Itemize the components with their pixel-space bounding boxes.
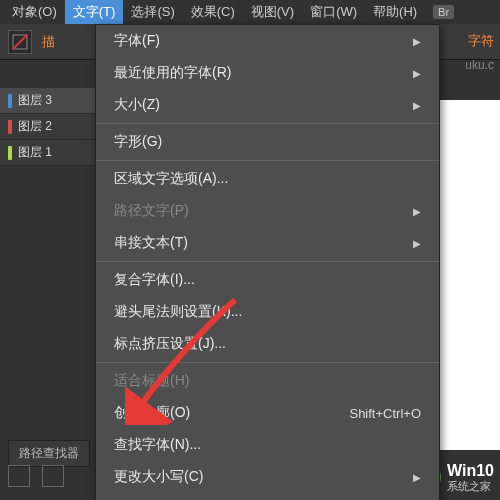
menu-glyphs[interactable]: 字形(G): [96, 126, 439, 158]
menu-create-outlines[interactable]: 创建轮廓(O)Shift+Ctrl+O: [96, 397, 439, 429]
chevron-right-icon: ▶: [413, 100, 421, 111]
menu-text[interactable]: 文字(T): [65, 0, 124, 24]
layer-row[interactable]: 图层 1: [0, 140, 95, 166]
chevron-right-icon: ▶: [413, 238, 421, 249]
pathfinder-tab[interactable]: 路径查找器: [8, 440, 90, 467]
stroke-label: 描: [42, 33, 55, 51]
watermark-subtitle: 系统之家: [447, 480, 494, 492]
menu-select[interactable]: 选择(S): [123, 0, 182, 24]
menu-separator: [96, 160, 439, 161]
chevron-right-icon: ▶: [413, 68, 421, 79]
text-menu-dropdown: 字体(F)▶ 最近使用的字体(R)▶ 大小(Z)▶ 字形(G) 区域文字选项(A…: [95, 24, 440, 500]
chevron-right-icon: ▶: [413, 206, 421, 217]
menu-path-type: 路径文字(P)▶: [96, 195, 439, 227]
bridge-badge[interactable]: Br: [433, 5, 454, 19]
menu-separator: [96, 123, 439, 124]
menu-separator: [96, 261, 439, 262]
menu-fit-headline: 适合标题(H): [96, 365, 439, 397]
menu-font[interactable]: 字体(F)▶: [96, 25, 439, 57]
menu-effect[interactable]: 效果(C): [183, 0, 243, 24]
no-fill-icon[interactable]: [8, 30, 32, 54]
pathfinder-icons: [8, 465, 64, 487]
menu-view[interactable]: 视图(V): [243, 0, 302, 24]
menu-object[interactable]: 对象(O): [4, 0, 65, 24]
menu-size[interactable]: 大小(Z)▶: [96, 89, 439, 121]
layers-panel: 图层 3 图层 2 图层 1: [0, 88, 95, 166]
menu-kinsoku-settings[interactable]: 避头尾法则设置(K)...: [96, 296, 439, 328]
menu-window[interactable]: 窗口(W): [302, 0, 365, 24]
menu-threaded-text[interactable]: 串接文本(T)▶: [96, 227, 439, 259]
menu-help[interactable]: 帮助(H): [365, 0, 425, 24]
menu-composite-fonts[interactable]: 复合字体(I)...: [96, 264, 439, 296]
url-fragment: uku.c: [465, 58, 494, 72]
character-label[interactable]: 字符: [468, 32, 494, 50]
menu-find-font[interactable]: 查找字体(N)...: [96, 429, 439, 461]
pathfinder-minus-icon[interactable]: [42, 465, 64, 487]
menu-mojikumi-settings[interactable]: 标点挤压设置(J)...: [96, 328, 439, 360]
menu-change-case[interactable]: 更改大小写(C)▶: [96, 461, 439, 493]
layer-row[interactable]: 图层 3: [0, 88, 95, 114]
shortcut-text: Shift+Ctrl+O: [349, 406, 421, 421]
chevron-right-icon: ▶: [413, 36, 421, 47]
menu-smart-punctuation[interactable]: 智能标点(II): [96, 493, 439, 500]
svg-line-1: [13, 35, 27, 49]
menu-separator: [96, 362, 439, 363]
chevron-right-icon: ▶: [413, 472, 421, 483]
watermark-brand: Win10: [447, 462, 494, 480]
menu-recent-fonts[interactable]: 最近使用的字体(R)▶: [96, 57, 439, 89]
menu-area-type-options[interactable]: 区域文字选项(A)...: [96, 163, 439, 195]
pathfinder-unite-icon[interactable]: [8, 465, 30, 487]
menubar: 对象(O) 文字(T) 选择(S) 效果(C) 视图(V) 窗口(W) 帮助(H…: [0, 0, 500, 24]
layer-row[interactable]: 图层 2: [0, 114, 95, 140]
